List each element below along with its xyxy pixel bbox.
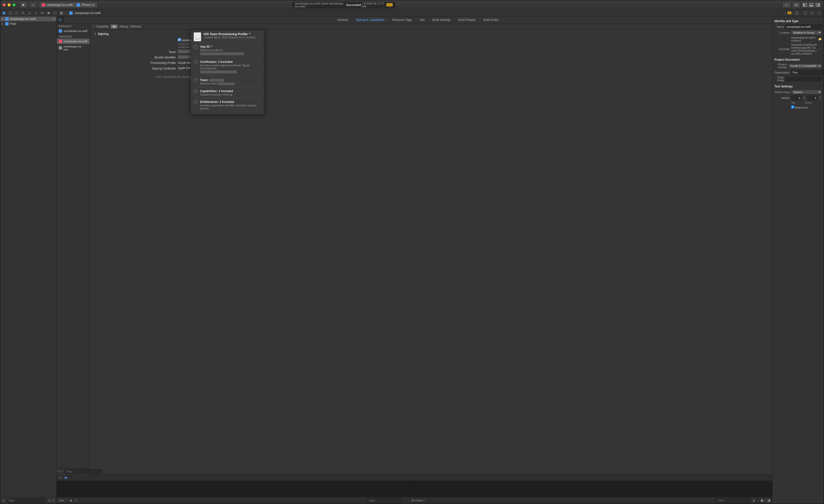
- test-navigator-icon[interactable]: [34, 11, 37, 15]
- tab-general[interactable]: General: [333, 16, 352, 23]
- show-variables-icon[interactable]: [761, 499, 764, 502]
- breakpoint-navigator-icon[interactable]: [47, 11, 50, 15]
- add-button[interactable]: +: [2, 498, 5, 503]
- tab-build-settings[interactable]: Build Settings: [429, 16, 454, 23]
- warning-icon[interactable]: ⚠: [788, 12, 791, 14]
- console-filter-input[interactable]: [716, 498, 750, 503]
- file-inspector-icon[interactable]: [804, 11, 807, 15]
- source-control-navigator-icon[interactable]: [9, 11, 12, 15]
- next-issue-button[interactable]: ›: [793, 11, 794, 15]
- stop-button[interactable]: [29, 2, 37, 8]
- project-tree[interactable]: ▸ sampleapp-ios-swift M ▸ Pods: [0, 16, 57, 497]
- maximize-icon[interactable]: [12, 3, 15, 6]
- indent-using-select[interactable]: Spaces: [791, 90, 822, 94]
- target-item[interactable]: sampleapp-ios-swift: [57, 38, 90, 44]
- svg-rect-22: [59, 19, 61, 21]
- location-select[interactable]: Relative to Group: [791, 30, 822, 35]
- symbol-navigator-icon[interactable]: [15, 11, 18, 15]
- wrap-lines-checkbox[interactable]: Wrap lines: [791, 105, 808, 109]
- toggle-inspector-button[interactable]: [815, 2, 821, 8]
- history-inspector-icon[interactable]: ?: [811, 11, 814, 15]
- folder-icon[interactable]: 📁: [818, 37, 822, 41]
- indent-width-input[interactable]: [807, 96, 818, 100]
- add-target-button[interactable]: +: [58, 470, 60, 473]
- name-label: Name: [775, 25, 784, 28]
- popover-row: Capabilities: 1 IncludedIncludes Keychai…: [194, 87, 261, 98]
- config-all-button[interactable]: All: [111, 24, 118, 28]
- help-inspector-icon[interactable]: [817, 11, 821, 15]
- format-select[interactable]: Xcode 3.2-compatible: [788, 64, 822, 68]
- code-review-button[interactable]: ⇄: [792, 2, 800, 8]
- scheme-selector[interactable]: sampleapp-ios-swift › iPhone 11: [39, 2, 97, 8]
- svg-point-21: [818, 12, 821, 14]
- target-item[interactable]: sampleapp-ios-swi...: [57, 44, 90, 52]
- org-input[interactable]: [791, 70, 824, 75]
- config-debug-button[interactable]: Debug: [120, 25, 128, 28]
- issue-navigator-icon[interactable]: [28, 11, 31, 15]
- back-button[interactable]: ‹: [64, 11, 65, 15]
- prev-issue-button[interactable]: ‹: [785, 11, 786, 15]
- targets-filter-input[interactable]: [65, 469, 103, 474]
- find-navigator-icon[interactable]: [21, 11, 25, 15]
- tab-build-phases[interactable]: Build Phases: [454, 16, 480, 23]
- prefix-input[interactable]: [786, 77, 822, 81]
- project-item[interactable]: sampleapp-ios-swift: [57, 28, 90, 34]
- toggle-debug-button[interactable]: [808, 2, 815, 8]
- console-pane[interactable]: [415, 481, 772, 497]
- svg-rect-14: [60, 13, 61, 14]
- report-navigator-icon[interactable]: [53, 11, 57, 15]
- tree-label: Pods: [10, 22, 16, 25]
- inspector-panel: Identity and Type Name LocationRelative …: [772, 16, 824, 504]
- eye-icon[interactable]: ◉: [70, 499, 72, 502]
- trash-icon[interactable]: 🗑: [752, 499, 755, 502]
- add-editor-button[interactable]: [795, 11, 799, 15]
- tab-build-rules[interactable]: Build Rules: [480, 16, 502, 23]
- warning-badge[interactable]: ⚠ 1: [387, 3, 393, 6]
- tab-stepper[interactable]: [803, 96, 806, 100]
- disclosure-icon[interactable]: ▸: [2, 22, 4, 25]
- variables-pane[interactable]: [57, 481, 415, 497]
- jump-bar[interactable]: sampleapp-ios-swift: [69, 11, 101, 15]
- name-input[interactable]: [786, 24, 822, 29]
- tab-width-input[interactable]: [791, 96, 801, 100]
- add-capability-button[interactable]: ＋ Capability: [92, 24, 109, 28]
- auto-scope-button[interactable]: Auto ⌃: [59, 499, 67, 502]
- location-label: Location: [775, 31, 790, 34]
- variables-filter-input[interactable]: [367, 498, 401, 503]
- titlebar: sampleapp-ios-swift › iPhone 11 sampleap…: [0, 0, 824, 10]
- info-icon[interactable]: ⓘ: [75, 499, 77, 502]
- reveal-icon[interactable]: →: [819, 47, 822, 51]
- disclosure-icon[interactable]: ▸: [2, 17, 4, 21]
- config-release-button[interactable]: Release: [130, 25, 141, 28]
- target-selector-icon[interactable]: [57, 16, 64, 23]
- breakpoint-toggle-icon[interactable]: [64, 476, 68, 480]
- library-button[interactable]: ＋: [783, 2, 791, 8]
- targets-footer: + −: [57, 468, 90, 475]
- scheme-target: sampleapp-ios-swift: [46, 3, 73, 7]
- forward-button[interactable]: ›: [66, 11, 67, 15]
- svg-rect-18: [804, 12, 807, 14]
- show-console-icon[interactable]: [767, 499, 770, 502]
- project-navigator-icon[interactable]: [2, 11, 6, 15]
- debug-toggle-icon[interactable]: [59, 476, 62, 480]
- tree-row-project[interactable]: ▸ sampleapp-ios-swift M: [0, 16, 57, 21]
- clock-icon[interactable]: ◷: [48, 499, 50, 502]
- indent-stepper[interactable]: [819, 96, 822, 100]
- debug-navigator-icon[interactable]: [40, 11, 44, 15]
- minimize-icon[interactable]: [8, 3, 11, 6]
- tab-info[interactable]: Info: [416, 16, 429, 23]
- remove-target-button[interactable]: −: [62, 470, 63, 473]
- toggle-navigator-button[interactable]: [802, 2, 808, 8]
- app-icon: [42, 3, 45, 7]
- tree-row-pods[interactable]: ▸ Pods: [0, 21, 57, 26]
- scm-filter-icon[interactable]: ☐: [52, 499, 55, 502]
- tab-resource-tags[interactable]: Resource Tags: [389, 16, 416, 23]
- output-scope-button[interactable]: All Output ⌃: [411, 499, 426, 502]
- related-items-icon[interactable]: [60, 11, 63, 15]
- close-icon[interactable]: [3, 3, 6, 6]
- tab-signing[interactable]: Signing & Capabilities: [352, 16, 389, 23]
- format-label: Project Format: [775, 63, 787, 69]
- run-button[interactable]: [20, 2, 27, 8]
- navigator-filter-input[interactable]: [7, 498, 46, 503]
- activity-viewer[interactable]: sampleapp-ios-swift | Build sampleapp-io…: [292, 2, 395, 8]
